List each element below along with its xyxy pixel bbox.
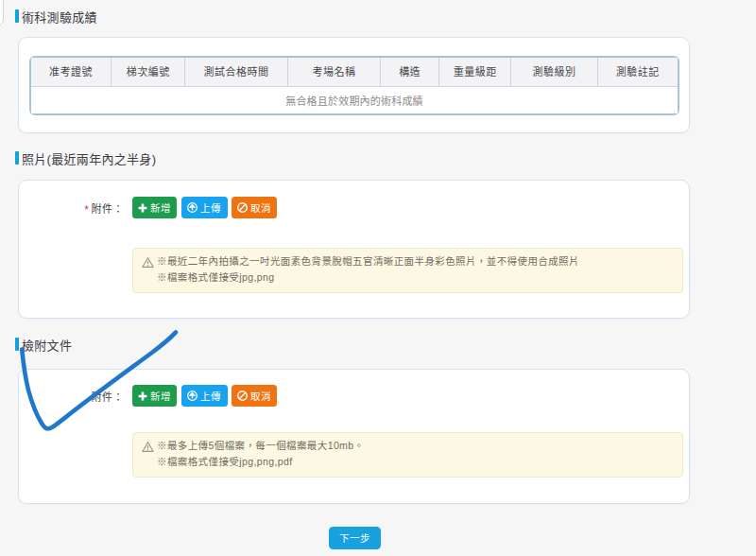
- section-documents-title-text: 檢附文件: [22, 336, 72, 354]
- button-label: 取消: [250, 200, 271, 215]
- upload-circle-arrow-icon: [187, 391, 198, 401]
- previous-panel-corner: [0, 0, 4, 27]
- section-photo-title: 照片(最近兩年內之半身): [15, 150, 156, 165]
- documents-add-button[interactable]: 新增: [132, 385, 177, 407]
- required-asterisk: *: [84, 203, 89, 217]
- col-header-pass-time: 測試合格時間: [185, 58, 287, 87]
- page: { "section_scores": { "title": "術科測驗成績",…: [0, 0, 756, 556]
- col-header-test-level: 測驗級別: [511, 58, 597, 87]
- table-header-row: 准考證號 梯次編號 測試合格時間 考場名稱 構造 重量級距 測驗級別 測驗註記: [31, 58, 678, 87]
- documents-panel: 附件： 新增 上傳 取消 ※最多上傳5個檔案，每一個: [18, 369, 690, 504]
- col-header-admission-number: 准考證號: [31, 58, 112, 87]
- empty-scores-message: 無合格且於效期內的術科成績: [31, 87, 678, 113]
- photo-add-button[interactable]: 新增: [132, 197, 177, 218]
- button-label: 新增: [150, 389, 171, 403]
- col-header-structure: 構造: [381, 58, 439, 87]
- warning-triangle-icon: [142, 440, 154, 470]
- section-scores-title: 術科測驗成績: [15, 9, 97, 24]
- documents-upload-button[interactable]: 上傳: [181, 385, 228, 407]
- next-step-button[interactable]: 下一步: [329, 527, 381, 549]
- attachment-label-text: 附件：: [92, 391, 125, 403]
- button-label: 新增: [150, 200, 171, 215]
- button-label: 取消: [250, 389, 271, 403]
- section-scores-title-text: 術科測驗成績: [22, 8, 97, 26]
- col-header-test-remark: 測驗註記: [598, 58, 678, 87]
- scores-panel: 准考證號 梯次編號 測試合格時間 考場名稱 構造 重量級距 測驗級別 測驗註記 …: [18, 37, 690, 133]
- col-header-batch-number: 梯次編號: [112, 58, 185, 87]
- documents-note-line2: ※檔案格式僅接受jpg,png,pdf: [157, 454, 364, 470]
- section-photo-title-text: 照片(最近兩年內之半身): [22, 149, 156, 167]
- photo-panel: *附件： 新增 上傳 取消 ※最近二年內拍攝之一吋光: [18, 180, 690, 319]
- upload-circle-arrow-icon: [187, 202, 198, 213]
- warning-triangle-icon: [142, 255, 154, 286]
- photo-attachment-label: *附件：: [19, 200, 132, 216]
- photo-attach-row: *附件： 新增 上傳 取消: [19, 197, 689, 218]
- button-label: 上傳: [200, 389, 221, 403]
- documents-note-line1: ※最多上傳5個檔案，每一個檔案最大10mb。: [157, 438, 364, 454]
- documents-cancel-button[interactable]: 取消: [232, 385, 277, 407]
- col-header-venue-name: 考場名稱: [288, 58, 381, 87]
- table-row: 無合格且於效期內的術科成績: [31, 87, 678, 113]
- plus-icon: [138, 203, 147, 213]
- photo-note-line2: ※檔案格式僅接受jpg,png: [157, 269, 579, 286]
- photo-cancel-button[interactable]: 取消: [232, 197, 277, 218]
- col-header-weight-class: 重量級距: [439, 58, 511, 87]
- plus-icon: [138, 391, 147, 401]
- documents-attachment-label: 附件：: [19, 389, 132, 404]
- section-documents-title: 檢附文件: [15, 337, 72, 352]
- title-accent-bar: [15, 338, 19, 351]
- photo-upload-button[interactable]: 上傳: [181, 197, 228, 218]
- photo-note-line1: ※最近二年內拍攝之一吋光面素色背景脫帽五官清晰正面半身彩色照片，並不得使用合成照…: [157, 253, 579, 269]
- ban-icon: [237, 391, 248, 401]
- documents-attach-row: 附件： 新增 上傳 取消: [19, 385, 689, 407]
- scores-table: 准考證號 梯次編號 測試合格時間 考場名稱 構造 重量級距 測驗級別 測驗註記 …: [29, 56, 679, 115]
- title-accent-bar: [15, 9, 19, 23]
- documents-note: ※最多上傳5個檔案，每一個檔案最大10mb。 ※檔案格式僅接受jpg,png,p…: [132, 432, 683, 478]
- title-accent-bar: [15, 151, 19, 165]
- photo-note: ※最近二年內拍攝之一吋光面素色背景脫帽五官清晰正面半身彩色照片，並不得使用合成照…: [132, 248, 683, 293]
- button-label: 上傳: [200, 200, 221, 215]
- ban-icon: [237, 202, 248, 213]
- attachment-label-text: 附件：: [92, 203, 125, 215]
